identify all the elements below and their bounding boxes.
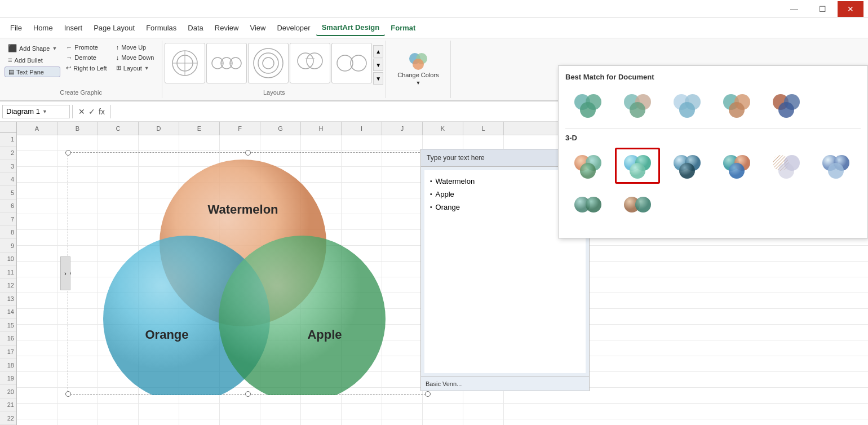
handle-bottom-right[interactable] <box>425 391 431 397</box>
menu-page-layout[interactable]: Page Layout <box>88 20 140 36</box>
color-option-3d3[interactable] <box>665 148 710 184</box>
col-l[interactable]: L <box>463 122 504 135</box>
promote-button[interactable]: ← Promote <box>63 43 110 52</box>
menu-developer[interactable]: Developer <box>271 20 316 36</box>
row-15: 15 <box>0 319 16 333</box>
grid-row-18 <box>17 404 868 419</box>
row-8: 8 <box>0 226 16 240</box>
formula-cancel[interactable]: ✕ <box>78 107 85 116</box>
formula-confirm[interactable]: ✓ <box>88 107 95 116</box>
window-controls[interactable]: — ☐ ✕ <box>781 1 863 17</box>
change-colors-button[interactable]: Change Colors ▼ <box>393 45 443 90</box>
add-bullet-button[interactable]: ≡ Add Bullet <box>5 55 60 65</box>
svg-point-55 <box>586 197 601 213</box>
svg-point-12 <box>298 53 313 69</box>
handle-top-center[interactable] <box>245 150 251 156</box>
col-d[interactable]: D <box>139 122 179 135</box>
apple-label: Apple <box>307 327 342 342</box>
row-17: 17 <box>0 346 16 359</box>
layout-thumb-1[interactable] <box>165 43 205 83</box>
layout-thumb-2[interactable] <box>206 43 247 83</box>
collapse-button[interactable]: › <box>60 256 70 290</box>
svg-point-50 <box>778 163 794 179</box>
venn-diagram-container[interactable]: › <box>68 152 428 395</box>
col-b[interactable]: B <box>57 122 98 135</box>
col-c[interactable]: C <box>98 122 139 135</box>
color-option-bm5[interactable] <box>764 87 809 123</box>
add-shape-button[interactable]: ⬛ Add Shape ▼ <box>5 43 60 54</box>
col-j[interactable]: J <box>382 122 423 135</box>
col-i[interactable]: I <box>342 122 382 135</box>
move-up-button[interactable]: ↑ Move Up <box>113 43 158 52</box>
col-a[interactable]: A <box>17 122 57 135</box>
svg-point-19 <box>413 59 424 70</box>
layout-thumb-3[interactable] <box>248 43 289 83</box>
handle-bottom-left[interactable] <box>65 391 71 397</box>
formula-divider <box>72 105 73 118</box>
name-box-dropdown[interactable]: ▼ <box>42 109 47 114</box>
row-6: 6 <box>0 200 16 213</box>
menu-bar: File Home Insert Page Layout Formulas Da… <box>0 18 868 38</box>
menu-file[interactable]: File <box>5 20 28 36</box>
color-option-3d6[interactable] <box>813 148 858 184</box>
demote-button[interactable]: → Demote <box>63 53 110 62</box>
color-option-3d2[interactable] <box>615 148 660 184</box>
layout-scroll-down[interactable]: ▼ <box>373 59 383 71</box>
layout-thumb-4[interactable] <box>290 43 330 83</box>
formula-function[interactable]: fx <box>99 107 105 116</box>
create-graphic-section: ⬛ Add Shape ▼ ≡ Add Bullet ▤ Text Pane ←… <box>0 41 162 98</box>
color-option-3d8[interactable] <box>615 189 660 225</box>
text-pane-watermelon: Watermelon <box>436 177 475 185</box>
color-option-bm4[interactable] <box>714 87 759 123</box>
text-pane-orange: Orange <box>436 203 460 211</box>
layout-scroll-up[interactable]: ▲ <box>373 45 383 57</box>
color-option-3d1[interactable] <box>565 148 610 184</box>
layout-scroll-more[interactable]: ▼ <box>373 72 383 85</box>
row-11: 11 <box>0 266 16 280</box>
color-option-bm1[interactable] <box>565 87 610 123</box>
row-4: 4 <box>0 173 16 187</box>
maximize-button[interactable]: ☐ <box>809 1 835 17</box>
color-option-3d5[interactable] <box>764 148 809 184</box>
handle-bottom-center[interactable] <box>245 391 251 397</box>
handle-top-left[interactable] <box>65 150 71 156</box>
col-f[interactable]: F <box>220 122 260 135</box>
change-colors-section: Change Colors ▼ <box>386 41 450 98</box>
row-5: 5 <box>0 186 16 200</box>
svg-point-22 <box>580 102 596 118</box>
color-option-3d7[interactable] <box>565 189 610 225</box>
move-down-button[interactable]: ↓ Move Down <box>113 53 158 62</box>
menu-data[interactable]: Data <box>182 20 209 36</box>
menu-home[interactable]: Home <box>28 20 59 36</box>
change-colors-label: Change Colors <box>397 72 439 78</box>
close-button[interactable]: ✕ <box>838 1 863 17</box>
row-18: 18 <box>0 358 16 372</box>
layout-button[interactable]: ⊞ Layout ▼ <box>113 63 158 73</box>
menu-format[interactable]: Format <box>385 20 421 36</box>
text-pane-button[interactable]: ▤ Text Pane <box>5 67 60 77</box>
bullet-apple: • <box>430 191 432 197</box>
color-picker-panel: Best Match for Document <box>558 65 868 238</box>
layout-thumb-5[interactable] <box>331 43 372 83</box>
svg-point-37 <box>580 163 596 179</box>
color-option-bm3[interactable] <box>665 87 710 123</box>
color-option-bm2[interactable] <box>615 87 660 123</box>
menu-view[interactable]: View <box>244 20 271 36</box>
menu-review[interactable]: Review <box>209 20 245 36</box>
color-option-3d4[interactable] <box>714 148 759 184</box>
menu-smartart-design[interactable]: SmartArt Design <box>316 20 386 36</box>
col-h[interactable]: H <box>301 122 342 135</box>
menu-formulas[interactable]: Formulas <box>140 20 182 36</box>
col-g[interactable]: G <box>260 122 301 135</box>
col-e[interactable]: E <box>179 122 220 135</box>
svg-point-31 <box>729 102 745 118</box>
name-box[interactable]: Diagram 1 ▼ <box>2 105 70 118</box>
minimize-button[interactable]: — <box>781 1 807 17</box>
right-to-left-button[interactable]: ↩ Right to Left <box>63 63 110 73</box>
menu-insert[interactable]: Insert <box>59 20 88 36</box>
name-box-value: Diagram 1 <box>6 107 40 116</box>
corner-cell <box>0 122 16 133</box>
svg-point-10 <box>258 53 278 73</box>
ribbon: ⬛ Add Shape ▼ ≡ Add Bullet ▤ Text Pane ←… <box>0 38 868 101</box>
col-k[interactable]: K <box>423 122 463 135</box>
